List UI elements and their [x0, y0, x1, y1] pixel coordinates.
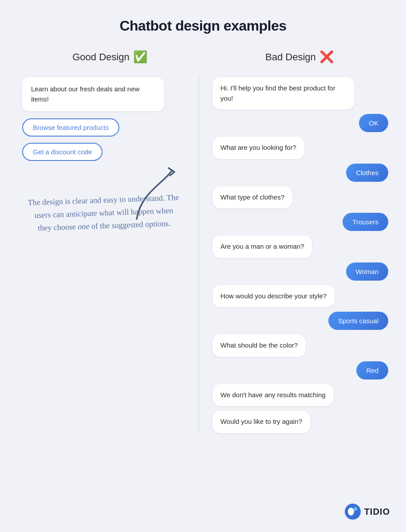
- user-bubble: Woman: [346, 262, 388, 281]
- chat-row: Would you like to try again?: [213, 411, 388, 433]
- bad-design-header: Bad Design ❌: [265, 50, 334, 64]
- user-bubble: Red: [356, 361, 388, 379]
- bot-bubble: What should be the color?: [213, 334, 306, 357]
- bot-bubble: Hi. I'll help you find the best product …: [213, 77, 355, 110]
- column-divider: [199, 77, 199, 433]
- bot-bubble: Would you like to try again?: [213, 411, 310, 433]
- bot-bubble: Are you a man or a woman?: [213, 235, 312, 258]
- chat-row: What type of clothes?: [213, 186, 388, 209]
- user-bubble: Clothes: [346, 164, 388, 182]
- chat-row: What should be the color?: [213, 334, 388, 357]
- user-bubble: Trousers: [343, 213, 388, 231]
- chat-row: Hi. I'll help you find the best product …: [213, 77, 388, 110]
- svg-point-1: [348, 508, 354, 516]
- bad-design-column: Hi. I'll help you find the best product …: [204, 77, 393, 433]
- user-bubble: Sports casual: [328, 312, 388, 330]
- chat-row: Red: [213, 361, 388, 379]
- good-bot-message: Learn about our fresh deals and new item…: [22, 77, 164, 111]
- chat-row: Clothes: [213, 164, 388, 182]
- chat-row: What are you looking for?: [213, 137, 388, 159]
- chat-row: We don't have any results matching: [213, 384, 388, 407]
- xmark-icon: ❌: [319, 50, 334, 64]
- svg-point-2: [354, 507, 357, 511]
- good-design-header: Good Design ✅: [72, 50, 147, 64]
- checkmark-icon: ✅: [133, 50, 147, 64]
- tidio-text: TIDIO: [364, 507, 390, 517]
- chat-row: OK: [213, 114, 388, 132]
- tidio-logo: TIDIO: [345, 504, 390, 520]
- bot-bubble: How would you describe your style?: [213, 285, 335, 308]
- bot-bubble: We don't have any results matching: [213, 384, 334, 407]
- tidio-icon: [345, 504, 361, 520]
- chat-row: Woman: [213, 262, 388, 281]
- chat-row: Are you a man or a woman?: [213, 235, 388, 258]
- discount-code-button[interactable]: Get a discount code: [22, 143, 102, 161]
- good-design-column: Learn about our fresh deals and new item…: [13, 77, 194, 433]
- browse-featured-button[interactable]: Browse featured products: [22, 118, 119, 137]
- chat-row: How would you describe your style?: [213, 285, 388, 308]
- bad-design-label: Bad Design: [265, 51, 316, 63]
- annotation-text: The design is clear and easy to understa…: [22, 191, 186, 235]
- chat-row: Trousers: [213, 213, 388, 231]
- bot-bubble: What are you looking for?: [213, 137, 304, 159]
- user-bubble: OK: [359, 114, 388, 132]
- good-design-label: Good Design: [72, 51, 129, 63]
- page-title: Chatbot design examples: [13, 18, 393, 34]
- chat-row: Sports casual: [213, 312, 388, 330]
- bot-bubble: What type of clothes?: [213, 186, 292, 209]
